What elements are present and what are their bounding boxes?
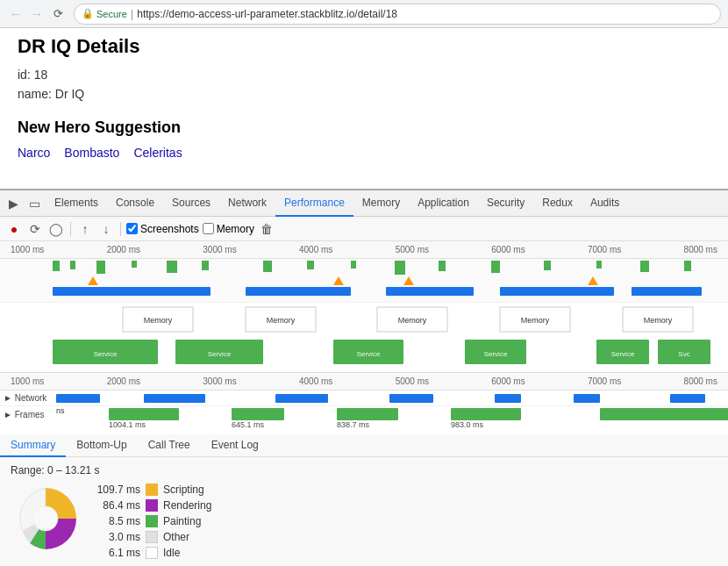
tab-application[interactable]: Application (409, 190, 478, 217)
svg-text:Svc: Svc (678, 350, 689, 358)
timeline-area: 1000 ms 2000 ms 3000 ms 4000 ms 5000 ms … (0, 241, 728, 434)
other-ms: 3.0 ms (95, 531, 140, 543)
back-button[interactable]: ← (7, 5, 25, 23)
svg-text:Memory: Memory (267, 316, 296, 325)
btick-3: 3000 ms (203, 376, 236, 386)
network-seg-1 (56, 394, 100, 403)
network-seg-7 (670, 394, 705, 403)
scripting-label: Scripting (163, 484, 204, 496)
time-ruler-bottom: 1000 ms 2000 ms 3000 ms 4000 ms 5000 ms … (0, 373, 728, 390)
clear-button[interactable]: 🗑 (258, 220, 275, 238)
painting-label: Painting (163, 515, 201, 527)
svg-text:Service: Service (484, 350, 508, 358)
tick-8: 8000 ms (684, 245, 717, 254)
svg-rect-8 (351, 261, 356, 269)
page-title: DR IQ Details (18, 35, 710, 58)
svg-rect-22 (386, 287, 474, 296)
network-seg-5 (495, 394, 521, 403)
frames-track-row: ► Frames ns 1004.1 ms 645.1 ms 838.7 ms … (0, 406, 728, 422)
tick-6: 6000 ms (491, 245, 525, 254)
summary-tab-bottomup[interactable]: Bottom-Up (66, 434, 137, 457)
stop-button[interactable]: ◯ (47, 220, 65, 238)
svg-rect-15 (684, 261, 691, 271)
tab-audits[interactable]: Audits (582, 190, 628, 217)
memory-checkbox[interactable]: Memory (203, 223, 254, 235)
device-toolbar-button[interactable]: ▭ (25, 194, 44, 213)
legend-item-scripting: 109.7 ms Scripting (95, 484, 211, 496)
svg-rect-21 (246, 287, 351, 296)
svg-text:Memory: Memory (644, 316, 673, 325)
svg-text:Memory: Memory (144, 316, 173, 325)
suggestion-title: New Hero Suggestion (18, 118, 710, 137)
btick-7: 7000 ms (588, 376, 621, 386)
frame-seg-4 (451, 408, 521, 420)
btick-1: 1000 ms (11, 376, 44, 386)
screenshots-checkbox[interactable]: Screenshots (126, 223, 199, 235)
tab-memory[interactable]: Memory (353, 190, 409, 217)
reload-button[interactable]: ⟳ (49, 5, 67, 23)
summary-tab-calltree[interactable]: Call Tree (138, 434, 201, 457)
rendering-color (146, 499, 158, 512)
download-button[interactable]: ↓ (97, 220, 115, 238)
svg-text:Memory: Memory (398, 316, 427, 325)
name-info: name: Dr IQ (18, 84, 710, 104)
frame-time-4: 983.0 ms (451, 420, 483, 429)
inspect-element-button[interactable]: ▶ (4, 194, 23, 213)
hero-link-celeritas[interactable]: Celeritas (133, 146, 182, 160)
scripting-color (146, 484, 158, 496)
reload-record-button[interactable]: ⟳ (26, 220, 44, 238)
tab-sources[interactable]: Sources (163, 190, 219, 217)
idle-color (146, 547, 158, 559)
tab-network[interactable]: Network (219, 190, 275, 217)
forward-button[interactable]: → (28, 5, 46, 23)
svg-marker-16 (88, 276, 98, 285)
svg-rect-3 (132, 261, 137, 268)
summary-tab-summary[interactable]: Summary (0, 434, 66, 457)
secure-label: Secure (96, 9, 127, 19)
legend-item-idle: 6.1 ms Idle (95, 547, 211, 559)
svg-rect-13 (596, 261, 602, 269)
idle-ms: 6.1 ms (95, 547, 140, 559)
frame-seg-5 (600, 408, 728, 420)
screenshots-label: Screenshots (140, 223, 199, 235)
network-track-label: ► Network (4, 393, 56, 403)
svg-rect-4 (167, 261, 177, 273)
hero-link-bombasto[interactable]: Bombasto (64, 146, 119, 160)
toolbar-separator-1 (70, 222, 71, 236)
svg-marker-19 (588, 276, 598, 285)
svg-rect-14 (640, 261, 649, 272)
summary-tab-eventlog[interactable]: Event Log (201, 434, 269, 457)
svg-rect-11 (491, 261, 500, 273)
btick-8: 8000 ms (684, 376, 717, 386)
memory-label: Memory (217, 223, 254, 235)
legend-item-rendering: 86.4 ms Rendering (95, 499, 211, 512)
screenshots-checkbox-input[interactable] (126, 223, 138, 234)
tab-redux[interactable]: Redux (533, 190, 582, 217)
hero-link-narco[interactable]: Narco (18, 146, 50, 160)
record-button[interactable]: ● (5, 220, 23, 238)
browser-chrome: ← → ⟳ 🔒 Secure | https://demo-access-url… (0, 0, 728, 28)
frames-time-label: ns (56, 406, 65, 415)
devtools-panel: ▶ ▭ Elements Console Sources Network Per… (0, 189, 728, 566)
tab-elements[interactable]: Elements (46, 190, 107, 217)
devtools-tabs-bar: ▶ ▭ Elements Console Sources Network Per… (0, 190, 728, 217)
id-info: id: 18 (18, 65, 710, 84)
frame-time-2: 645.1 ms (232, 420, 264, 429)
svg-text:Service: Service (208, 350, 232, 358)
frame-seg-2 (232, 408, 284, 420)
tab-security[interactable]: Security (478, 190, 533, 217)
page-info: id: 18 name: Dr IQ (18, 65, 710, 104)
painting-ms: 8.5 ms (95, 515, 140, 527)
tab-performance[interactable]: Performance (275, 190, 353, 217)
idle-label: Idle (163, 547, 180, 559)
upload-button[interactable]: ↑ (76, 220, 94, 238)
screenshots-track (0, 259, 728, 303)
tab-console[interactable]: Console (107, 190, 163, 217)
nav-buttons: ← → ⟳ (7, 5, 67, 23)
frame-time-1: 1004.1 ms (109, 420, 146, 429)
range-text: Range: 0 – 13.21 s (11, 464, 717, 476)
legend: 109.7 ms Scripting 86.4 ms Rendering 8.5… (95, 484, 211, 559)
memory-checkbox-input[interactable] (203, 223, 214, 234)
frame-time-3: 838.7 ms (337, 420, 369, 429)
address-bar[interactable]: 🔒 Secure | https://demo-access-url-param… (74, 4, 721, 25)
